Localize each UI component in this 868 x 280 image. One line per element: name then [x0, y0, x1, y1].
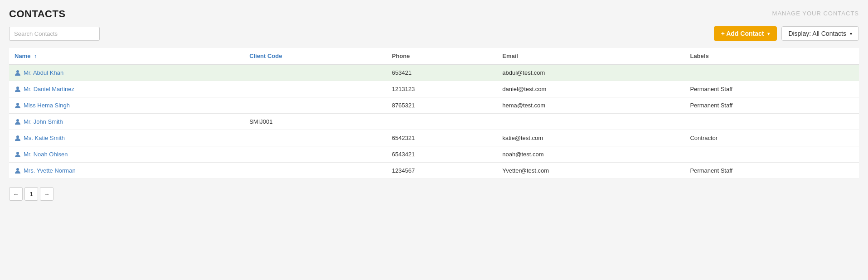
- cell-phone: 653421: [387, 64, 497, 81]
- cell-client-code: [244, 163, 386, 179]
- cell-phone: [387, 114, 497, 130]
- toolbar-right: + Add Contact ▾ Display: All Contacts ▾: [714, 26, 859, 41]
- svg-point-6: [16, 168, 19, 171]
- cell-labels: Contractor: [684, 130, 859, 146]
- cell-client-code: [244, 130, 386, 146]
- page-container: CONTACTS MANAGE YOUR CONTACTS + Add Cont…: [0, 0, 868, 280]
- cell-client-code: [244, 146, 386, 163]
- contact-name-text: Mr. John Smith: [24, 118, 63, 125]
- column-header-labels: Labels: [684, 48, 859, 64]
- prev-icon: ←: [13, 191, 19, 198]
- cell-name: Mr. Abdul Khan: [9, 64, 244, 81]
- contact-name-link[interactable]: Mr. Abdul Khan: [15, 69, 238, 76]
- cell-phone: 1213123: [387, 81, 497, 97]
- column-header-phone: Phone: [387, 48, 497, 64]
- cell-email: hema@test.com: [497, 97, 684, 114]
- contact-name-link[interactable]: Mr. Daniel Martinez: [15, 86, 238, 92]
- svg-point-3: [16, 119, 19, 122]
- cell-name: Ms. Katie Smith: [9, 130, 244, 146]
- add-contact-button[interactable]: + Add Contact ▾: [714, 26, 777, 41]
- sort-arrow-icon: ↑: [34, 53, 37, 59]
- add-contact-dropdown-icon: ▾: [767, 31, 770, 36]
- person-icon: [15, 86, 21, 92]
- table-header-row: Name ↑ Client Code Phone Email Labels: [9, 48, 859, 64]
- cell-email: katie@test.com: [497, 130, 684, 146]
- column-phone-label: Phone: [392, 53, 410, 59]
- cell-client-code: SMIJ001: [244, 114, 386, 130]
- contact-name-link[interactable]: Mrs. Yvette Norman: [15, 167, 238, 174]
- cell-labels: Permanent Staff: [684, 97, 859, 114]
- table-row: Mrs. Yvette Norman1234567Yvetter@test.co…: [9, 163, 859, 179]
- table-header: Name ↑ Client Code Phone Email Labels: [9, 48, 859, 64]
- svg-point-0: [16, 70, 19, 73]
- table-body: Mr. Abdul Khan653421abdul@test.comMr. Da…: [9, 64, 859, 179]
- person-icon: [15, 70, 21, 76]
- table-row: Mr. Abdul Khan653421abdul@test.com: [9, 64, 859, 81]
- cell-phone: 1234567: [387, 163, 497, 179]
- page-title: CONTACTS: [9, 8, 66, 20]
- add-contact-label: + Add Contact: [721, 30, 764, 37]
- contact-name-text: Mrs. Yvette Norman: [24, 167, 76, 174]
- cell-client-code: [244, 64, 386, 81]
- pagination-next-button[interactable]: →: [40, 187, 53, 201]
- table-row: Miss Hema Singh8765321hema@test.comPerma…: [9, 97, 859, 114]
- svg-point-1: [16, 87, 19, 89]
- header-row: CONTACTS MANAGE YOUR CONTACTS: [9, 8, 859, 20]
- search-input[interactable]: [9, 27, 100, 41]
- display-filter-dropdown-icon: ▾: [850, 31, 852, 36]
- cell-email: noah@test.com: [497, 146, 684, 163]
- contact-name-text: Ms. Katie Smith: [24, 135, 65, 141]
- column-name-label: Name: [15, 53, 30, 59]
- cell-client-code: [244, 81, 386, 97]
- person-icon: [15, 135, 21, 141]
- pagination-page-1-button[interactable]: 1: [24, 187, 38, 201]
- cell-client-code: [244, 97, 386, 114]
- person-icon: [15, 102, 21, 109]
- contacts-table: Name ↑ Client Code Phone Email Labels Mr…: [9, 48, 859, 179]
- manage-label: MANAGE YOUR CONTACTS: [772, 8, 859, 17]
- contact-name-link[interactable]: Miss Hema Singh: [15, 102, 238, 109]
- next-icon: →: [44, 191, 50, 198]
- cell-labels: [684, 114, 859, 130]
- cell-email: [497, 114, 684, 130]
- contact-name-link[interactable]: Mr. Noah Ohlsen: [15, 151, 238, 158]
- column-header-name[interactable]: Name ↑: [9, 48, 244, 64]
- cell-phone: 8765321: [387, 97, 497, 114]
- cell-labels: [684, 64, 859, 81]
- table-row: Ms. Katie Smith6542321katie@test.comCont…: [9, 130, 859, 146]
- cell-name: Mr. John Smith: [9, 114, 244, 130]
- column-header-client-code[interactable]: Client Code: [244, 48, 386, 64]
- table-row: Mr. John SmithSMIJ001: [9, 114, 859, 130]
- pagination-row: ← 1 →: [9, 187, 859, 201]
- display-filter-label: Display: All Contacts: [788, 30, 846, 37]
- person-icon: [15, 168, 21, 174]
- person-icon: [15, 119, 21, 125]
- column-header-email: Email: [497, 48, 684, 64]
- cell-phone: 6543421: [387, 146, 497, 163]
- cell-labels: Permanent Staff: [684, 81, 859, 97]
- cell-phone: 6542321: [387, 130, 497, 146]
- contact-name-link[interactable]: Mr. John Smith: [15, 118, 238, 125]
- toolbar-row: + Add Contact ▾ Display: All Contacts ▾: [9, 26, 859, 41]
- contact-name-text: Mr. Abdul Khan: [24, 69, 63, 76]
- svg-point-2: [16, 103, 19, 106]
- contact-name-text: Mr. Daniel Martinez: [24, 86, 74, 92]
- contact-name-text: Mr. Noah Ohlsen: [24, 151, 68, 158]
- cell-name: Mrs. Yvette Norman: [9, 163, 244, 179]
- contact-name-link[interactable]: Ms. Katie Smith: [15, 135, 238, 141]
- cell-labels: Permanent Staff: [684, 163, 859, 179]
- cell-email: daniel@test.com: [497, 81, 684, 97]
- cell-name: Mr. Daniel Martinez: [9, 81, 244, 97]
- column-labels-label: Labels: [690, 53, 708, 59]
- table-row: Mr. Noah Ohlsen6543421noah@test.com: [9, 146, 859, 163]
- display-filter-button[interactable]: Display: All Contacts ▾: [781, 26, 859, 41]
- column-email-label: Email: [502, 53, 518, 59]
- person-icon: [15, 151, 21, 158]
- svg-point-4: [16, 135, 19, 138]
- cell-email: Yvetter@test.com: [497, 163, 684, 179]
- svg-point-5: [16, 152, 19, 154]
- page-1-label: 1: [29, 191, 33, 198]
- cell-name: Miss Hema Singh: [9, 97, 244, 114]
- contact-name-text: Miss Hema Singh: [24, 102, 70, 109]
- pagination-prev-button[interactable]: ←: [9, 187, 23, 201]
